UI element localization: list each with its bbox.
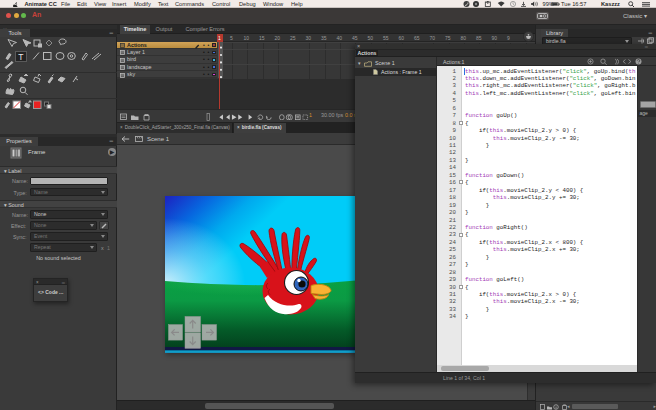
svg-text:T: T: [18, 51, 23, 61]
